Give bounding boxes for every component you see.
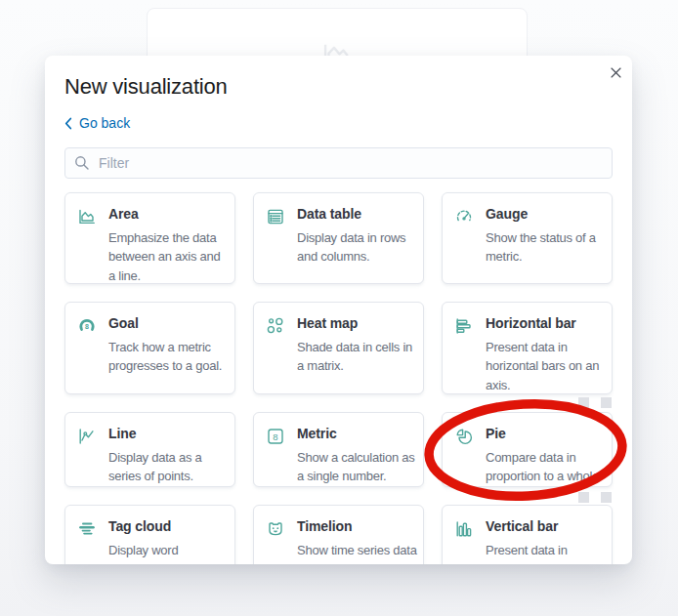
vis-type-card-metric[interactable]: 8 Metric Show a calculation as a single … <box>253 412 424 487</box>
card-description: Compare data in proportion to a whole. <box>486 448 610 486</box>
card-description: Present data in vertical bars on an axis… <box>486 541 610 565</box>
card-title: Horizontal bar <box>486 315 610 331</box>
metric-icon: 8 <box>266 427 285 446</box>
card-title: Data table <box>297 206 421 222</box>
vis-type-card-timelion[interactable]: Timelion Show time series data on a grap… <box>253 505 424 565</box>
new-visualization-modal: New visualization Go back Area Emphasize… <box>45 56 632 564</box>
vis-type-card-heat-map[interactable]: Heat map Shade data in cells in a matrix… <box>253 302 424 394</box>
vis-type-card-line[interactable]: Line Display data as a series of points. <box>64 412 235 487</box>
card-title: Pie <box>486 426 610 441</box>
card-description: Shade data in cells in a matrix. <box>297 338 421 376</box>
card-title: Tag cloud <box>108 518 233 534</box>
vis-type-grid: Area Emphasize the data between an axis … <box>64 192 613 565</box>
card-description: Present data in horizontal bars on an ax… <box>486 338 610 395</box>
vis-type-card-vertical-bar[interactable]: Vertical bar Present data in vertical ba… <box>442 505 613 565</box>
vertical-bar-icon <box>454 519 474 539</box>
checker-artifact <box>578 492 589 503</box>
card-title: Line <box>108 426 233 441</box>
heat-map-icon <box>266 316 285 336</box>
card-title: Timelion <box>297 518 421 534</box>
card-title: Gauge <box>486 206 610 222</box>
vis-type-card-horizontal-bar[interactable]: Horizontal bar Present data in horizonta… <box>442 302 613 394</box>
card-description: Track how a metric progresses to a goal. <box>108 338 233 376</box>
svg-text:8: 8 <box>85 323 89 330</box>
card-description: Show a calculation as a single number. <box>297 448 421 486</box>
timelion-icon <box>266 519 285 539</box>
svg-text:8: 8 <box>273 431 277 441</box>
vis-type-card-data-table[interactable]: Data table Display data in rows and colu… <box>253 192 424 284</box>
vis-type-card-gauge[interactable]: Gauge Show the status of a metric. <box>442 192 613 284</box>
vis-type-card-goal[interactable]: 8 Goal Track how a metric progresses to … <box>64 302 235 394</box>
card-description: Display word frequency with font size. <box>108 541 233 565</box>
vis-type-card-area[interactable]: Area Emphasize the data between an axis … <box>64 192 235 284</box>
card-description: Display data as a series of points. <box>108 448 233 486</box>
pie-chart-icon <box>454 427 474 446</box>
card-title: Heat map <box>297 315 421 331</box>
area-chart-icon <box>77 207 97 226</box>
line-chart-icon <box>77 427 97 446</box>
close-icon[interactable] <box>605 62 626 83</box>
checker-artifact <box>578 397 589 408</box>
card-title: Metric <box>297 426 421 441</box>
card-description: Show the status of a metric. <box>486 228 610 267</box>
checker-artifact <box>601 397 612 408</box>
goal-icon: 8 <box>77 316 97 336</box>
card-description: Emphasize the data between an axis and a… <box>108 228 233 286</box>
card-title: Goal <box>108 315 233 331</box>
data-table-icon <box>266 207 285 226</box>
card-title: Area <box>108 206 233 222</box>
vis-type-card-tag-cloud[interactable]: Tag cloud Display word frequency with fo… <box>64 505 235 565</box>
checker-artifact <box>601 492 612 503</box>
page-title: New visualization <box>64 74 613 100</box>
chevron-left-icon <box>64 117 72 130</box>
filter-input[interactable] <box>64 147 613 179</box>
go-back-link[interactable]: Go back <box>64 115 130 131</box>
tag-cloud-icon <box>77 519 97 539</box>
card-title: Vertical bar <box>486 518 610 534</box>
card-description: Show time series data on a graph. <box>297 541 421 565</box>
go-back-label: Go back <box>79 115 130 131</box>
horizontal-bar-icon <box>454 316 474 336</box>
vis-type-card-pie[interactable]: Pie Compare data in proportion to a whol… <box>442 412 613 487</box>
filter-field-wrap <box>64 147 613 179</box>
card-description: Display data in rows and columns. <box>297 228 421 267</box>
gauge-icon <box>454 207 474 226</box>
